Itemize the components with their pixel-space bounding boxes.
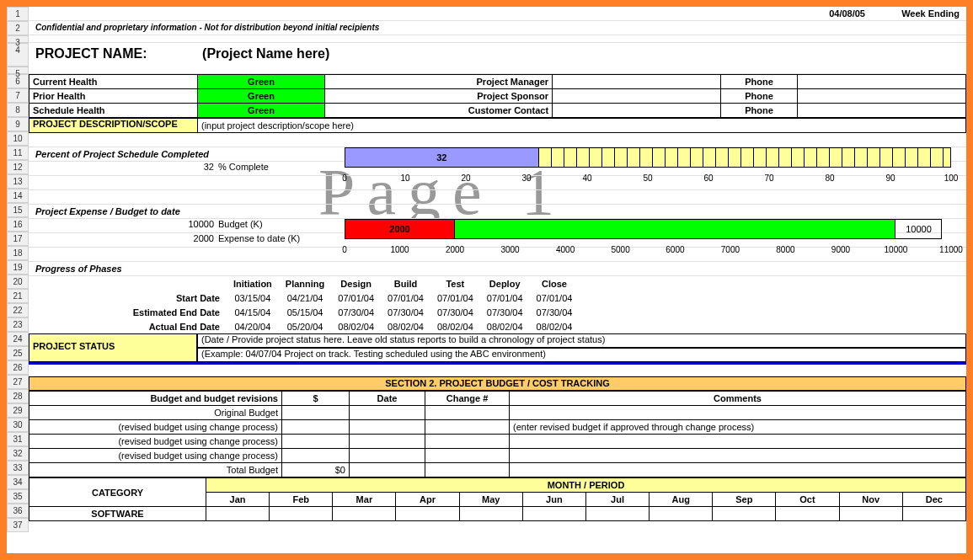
cell[interactable]: [333, 507, 396, 521]
row-number[interactable]: 35: [7, 489, 29, 504]
row-number[interactable]: 21: [7, 289, 29, 303]
cell[interactable]: [396, 507, 459, 521]
row-number[interactable]: 28: [7, 389, 29, 403]
phase-cell[interactable]: 04/15/04: [227, 305, 279, 319]
row-number[interactable]: 13: [7, 174, 29, 189]
cell[interactable]: [510, 435, 966, 449]
cell[interactable]: [713, 507, 776, 521]
phase-cell[interactable]: 07/01/04: [430, 291, 480, 305]
phase-cell[interactable]: 07/30/04: [331, 305, 381, 319]
row-number[interactable]: 10: [7, 131, 29, 146]
row-number[interactable]: 6: [7, 74, 29, 88]
row-number[interactable]: 14: [7, 189, 29, 203]
row-number[interactable]: 18: [7, 246, 29, 260]
cell[interactable]: [206, 507, 270, 521]
cell[interactable]: [425, 463, 510, 477]
row-number[interactable]: 31: [7, 432, 29, 446]
phase-cell[interactable]: 07/01/04: [480, 291, 530, 305]
cell[interactable]: [425, 449, 510, 463]
row-number[interactable]: 34: [7, 475, 29, 489]
cell[interactable]: [650, 507, 713, 521]
phase-cell[interactable]: 08/02/04: [430, 319, 480, 333]
cell[interactable]: [270, 507, 333, 521]
cell[interactable]: [776, 507, 839, 521]
row-number[interactable]: 4: [7, 43, 29, 67]
row-number[interactable]: 20: [7, 275, 29, 289]
status-line-2[interactable]: (Example: 04/07/04 Project on track. Tes…: [197, 348, 966, 362]
phase-cell[interactable]: 07/01/04: [530, 291, 580, 305]
cell[interactable]: [425, 435, 510, 449]
status-line-1[interactable]: (Date / Provide project status here. Lea…: [197, 333, 966, 348]
row-number[interactable]: 37: [7, 518, 29, 532]
cell[interactable]: [902, 507, 965, 521]
project-manager-value[interactable]: [553, 75, 721, 89]
phone-value[interactable]: [797, 89, 965, 104]
row-number[interactable]: 24: [7, 332, 29, 346]
phase-cell[interactable]: 07/01/04: [381, 291, 430, 305]
cell[interactable]: [459, 507, 522, 521]
cell[interactable]: [839, 507, 902, 521]
phase-cell[interactable]: 07/30/04: [430, 305, 480, 319]
row-number[interactable]: 22: [7, 303, 29, 317]
row-number[interactable]: 5: [7, 67, 29, 74]
cell[interactable]: [350, 449, 425, 463]
row-number[interactable]: 36: [7, 504, 29, 518]
row-number[interactable]: 9: [7, 117, 29, 131]
row-number[interactable]: 30: [7, 418, 29, 432]
cell[interactable]: [510, 463, 966, 477]
schedule-health-value[interactable]: Green: [198, 104, 324, 118]
phase-cell[interactable]: 08/02/04: [381, 319, 430, 333]
cell[interactable]: [522, 507, 585, 521]
phase-cell[interactable]: 05/20/04: [279, 319, 331, 333]
cell[interactable]: [350, 463, 425, 477]
cell[interactable]: [350, 420, 425, 435]
cell[interactable]: [350, 406, 425, 420]
cell[interactable]: [510, 406, 966, 420]
phase-cell[interactable]: 07/30/04: [381, 305, 430, 319]
cell[interactable]: [282, 449, 350, 463]
phase-cell[interactable]: 04/20/04: [227, 319, 279, 333]
row-number[interactable]: 1: [7, 7, 29, 21]
cell[interactable]: [425, 420, 510, 435]
row-number[interactable]: 15: [7, 203, 29, 217]
cell[interactable]: [282, 406, 350, 420]
phase-cell[interactable]: 08/02/04: [331, 319, 381, 333]
row-number[interactable]: 7: [7, 88, 29, 103]
row-number[interactable]: 27: [7, 375, 29, 389]
row-number[interactable]: 29: [7, 403, 29, 418]
row-number[interactable]: 23: [7, 317, 29, 332]
row-number[interactable]: 33: [7, 461, 29, 475]
phone-value[interactable]: [797, 104, 965, 118]
cell[interactable]: [350, 435, 425, 449]
row-number[interactable]: 2: [7, 21, 29, 35]
cell[interactable]: [282, 435, 350, 449]
row-number[interactable]: 26: [7, 360, 29, 375]
phase-cell[interactable]: 07/30/04: [480, 305, 530, 319]
cell[interactable]: [585, 507, 649, 521]
project-sponsor-value[interactable]: [553, 89, 721, 104]
row-number[interactable]: 11: [7, 146, 29, 160]
row-number[interactable]: 32: [7, 446, 29, 461]
phase-cell[interactable]: 07/01/04: [331, 291, 381, 305]
phone-value[interactable]: [797, 75, 965, 89]
cell[interactable]: [425, 406, 510, 420]
customer-contact-value[interactable]: [553, 104, 721, 118]
phase-cell[interactable]: 07/30/04: [530, 305, 580, 319]
row-number[interactable]: 3: [7, 35, 29, 43]
phase-cell[interactable]: 04/21/04: [279, 291, 331, 305]
row-number[interactable]: 19: [7, 260, 29, 275]
project-name-value[interactable]: (Project Name here): [202, 46, 329, 61]
row-number[interactable]: 25: [7, 346, 29, 360]
prior-health-value[interactable]: Green: [198, 89, 324, 104]
phase-cell[interactable]: 08/02/04: [530, 319, 580, 333]
comment-cell[interactable]: (enter revised budget if approved throug…: [510, 420, 966, 435]
phase-cell[interactable]: 03/15/04: [227, 291, 279, 305]
row-number[interactable]: 16: [7, 217, 29, 232]
row-number[interactable]: 8: [7, 103, 29, 117]
phase-cell[interactable]: 05/15/04: [279, 305, 331, 319]
description-value[interactable]: (input project description/scope here): [198, 119, 966, 133]
row-number[interactable]: 12: [7, 160, 29, 174]
cell[interactable]: [282, 420, 350, 435]
current-health-value[interactable]: Green: [198, 75, 324, 89]
phase-cell[interactable]: 08/02/04: [480, 319, 530, 333]
